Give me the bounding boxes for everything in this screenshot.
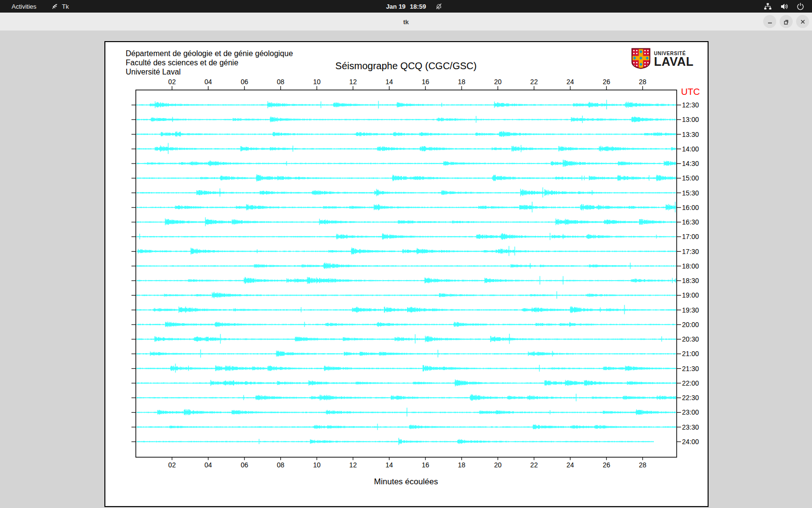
x-tick-label-top: 04 <box>204 78 212 86</box>
seismogram-trace <box>137 408 676 417</box>
row-time-label: 16:30 <box>682 218 699 226</box>
x-tick-label-top: 06 <box>241 78 248 86</box>
seismogram-trace <box>137 131 676 137</box>
row-time-label: 16:00 <box>682 204 699 211</box>
x-tick-label-top: 22 <box>530 78 538 86</box>
x-tick-label-bottom: 04 <box>204 461 212 469</box>
seismogram-trace <box>137 276 676 285</box>
x-tick-label-bottom: 08 <box>277 461 285 469</box>
x-tick-label-bottom: 22 <box>530 461 538 469</box>
x-tick-label-bottom: 28 <box>639 461 647 469</box>
seismograph-plot: 0202040406060808101012121414161618182020… <box>105 42 708 506</box>
close-button[interactable] <box>796 15 809 28</box>
row-time-label: 14:30 <box>682 160 699 167</box>
x-tick-label-top: 28 <box>639 78 647 86</box>
seismogram-trace <box>137 160 676 167</box>
row-time-label: 12:30 <box>682 101 699 109</box>
seismogram-trace <box>137 263 676 269</box>
row-time-label: 22:00 <box>682 379 699 387</box>
seismogram-trace <box>137 364 676 373</box>
seismogram-trace <box>137 187 676 197</box>
seismogram-trace <box>137 100 676 109</box>
utc-label: UTC <box>681 87 700 97</box>
clock-time: 18:59 <box>410 3 426 10</box>
seismogram-trace <box>137 379 676 387</box>
x-tick-label-bottom: 20 <box>494 461 502 469</box>
row-time-label: 23:00 <box>682 408 699 416</box>
x-tick-label-bottom: 24 <box>566 461 574 469</box>
row-time-label: 21:00 <box>682 350 699 358</box>
row-time-label: 23:30 <box>682 423 699 431</box>
row-time-label: 22:30 <box>682 394 699 402</box>
row-time-label: 15:30 <box>682 189 699 197</box>
x-tick-label-top: 02 <box>168 78 176 86</box>
seismogram-trace <box>137 322 676 328</box>
row-time-label: 20:30 <box>682 335 699 343</box>
notifications-muted-icon[interactable] <box>435 2 443 10</box>
clock-button[interactable]: Jan 19 18:59 <box>0 0 812 13</box>
row-time-label: 24:00 <box>682 438 699 446</box>
x-tick-label-top: 20 <box>494 78 502 86</box>
x-tick-label-bottom: 12 <box>349 461 357 469</box>
clock-date: Jan 19 <box>386 3 406 10</box>
top-bar: Activities Tk Jan 19 18:59 <box>0 0 812 13</box>
seismogram-trace <box>137 116 676 123</box>
power-icon[interactable] <box>797 2 804 10</box>
seismogram-trace <box>137 174 676 181</box>
row-time-label: 13:30 <box>682 131 699 138</box>
seismogram-trace <box>137 291 676 299</box>
seismogram-trace <box>137 233 676 240</box>
row-time-label: 18:30 <box>682 277 699 284</box>
x-tick-label-bottom: 26 <box>603 461 610 469</box>
row-time-label: 14:00 <box>682 145 699 153</box>
seismogram-trace <box>137 143 676 154</box>
x-tick-label-bottom: 02 <box>168 461 176 469</box>
x-tick-label-top: 10 <box>313 78 321 86</box>
seismogram-trace <box>137 334 676 344</box>
x-tick-label-top: 14 <box>386 78 393 86</box>
x-tick-label-top: 16 <box>421 78 429 86</box>
seismogram-trace <box>137 349 676 358</box>
row-time-label: 17:00 <box>682 233 699 240</box>
row-time-label: 17:30 <box>682 248 699 255</box>
window-controls <box>763 15 809 28</box>
maximize-button[interactable] <box>780 15 793 28</box>
x-tick-label-top: 08 <box>277 78 285 86</box>
seismogram-trace <box>137 246 676 256</box>
x-tick-label-top: 12 <box>349 78 357 86</box>
network-wired-icon[interactable] <box>764 2 772 11</box>
seismogram-trace <box>137 394 676 402</box>
row-time-label: 18:00 <box>682 262 699 270</box>
plot-frame <box>136 90 677 457</box>
x-tick-label-top: 24 <box>566 78 574 86</box>
seismogram-trace <box>137 424 676 430</box>
row-time-label: 19:30 <box>682 306 699 314</box>
row-time-label: 20:00 <box>682 321 699 329</box>
seismogram-trace <box>137 305 676 314</box>
window-title: tk <box>0 13 812 31</box>
x-tick-label-bottom: 10 <box>313 461 321 469</box>
seismograph-canvas: Département de géologie et de génie géol… <box>104 41 709 507</box>
row-time-label: 15:00 <box>682 174 699 182</box>
seismogram-trace <box>137 202 676 212</box>
minimize-button[interactable] <box>763 15 776 28</box>
x-tick-label-top: 26 <box>603 78 610 86</box>
seismogram-trace <box>137 217 676 226</box>
x-tick-label-bottom: 06 <box>241 461 248 469</box>
x-tick-label-bottom: 14 <box>386 461 393 469</box>
row-time-label: 19:00 <box>682 291 699 299</box>
system-tray <box>764 0 804 13</box>
volume-icon[interactable] <box>780 2 788 11</box>
row-time-label: 21:30 <box>682 365 699 373</box>
x-tick-label-bottom: 18 <box>458 461 465 469</box>
window-titlebar[interactable]: tk <box>0 13 812 31</box>
x-tick-label-bottom: 16 <box>421 461 429 469</box>
seismogram-trace <box>137 438 653 445</box>
row-time-label: 13:00 <box>682 116 699 123</box>
x-tick-label-top: 18 <box>458 78 465 86</box>
x-axis-label: Minutes écoulées <box>285 477 527 487</box>
